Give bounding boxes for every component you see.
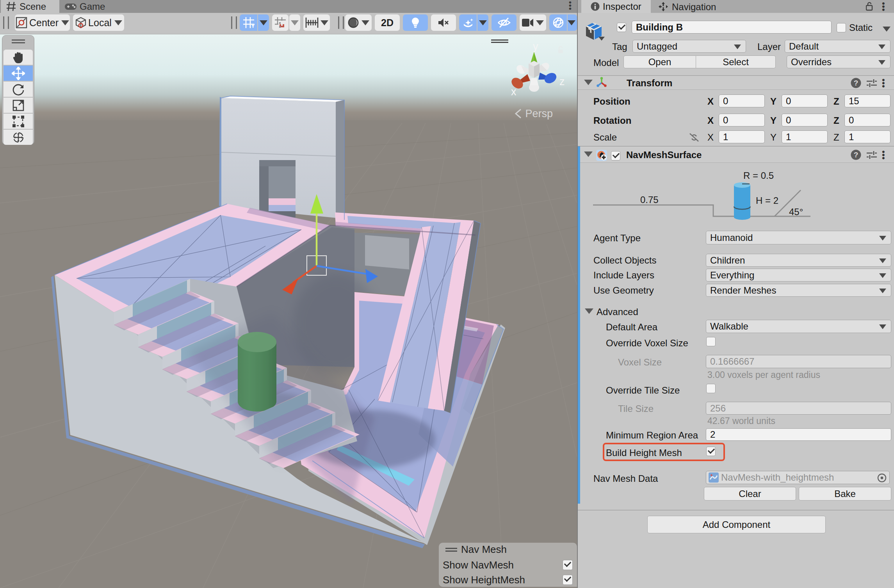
svg-text:0.75: 0.75	[640, 194, 659, 205]
svg-text:Y: Y	[251, 22, 255, 29]
svg-text:z: z	[559, 76, 565, 87]
svg-text:45°: 45°	[789, 207, 803, 217]
svg-text:H = 2: H = 2	[756, 195, 778, 206]
svg-text:R = 0.5: R = 0.5	[743, 170, 774, 181]
svg-text:?: ?	[854, 79, 858, 87]
svg-text:x: x	[511, 86, 516, 98]
svg-text:?: ?	[854, 151, 858, 159]
svg-text:y: y	[533, 41, 538, 52]
